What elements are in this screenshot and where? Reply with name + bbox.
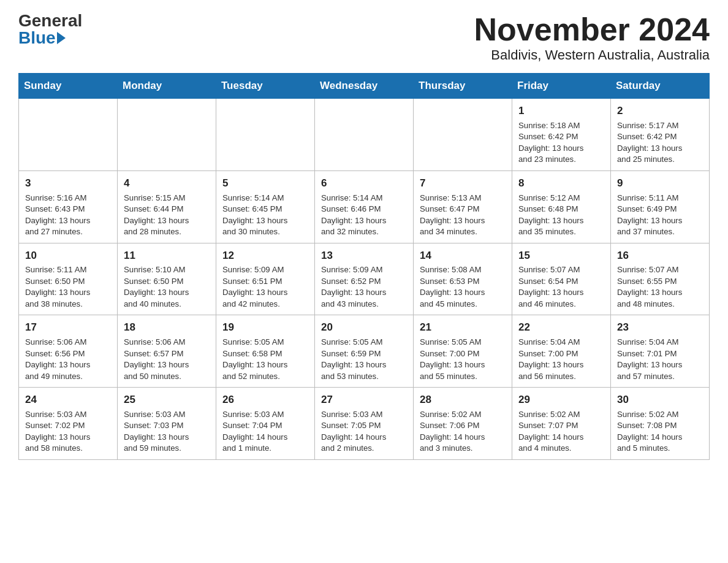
day-info: Sunrise: 5:06 AMSunset: 6:57 PMDaylight:… [124,337,210,382]
week-row-0: 1Sunrise: 5:18 AMSunset: 6:42 PMDaylight… [19,99,710,171]
day-number: 1 [518,104,604,118]
calendar-cell: 6Sunrise: 5:14 AMSunset: 6:46 PMDaylight… [315,170,414,243]
calendar-cell: 16Sunrise: 5:07 AMSunset: 6:55 PMDayligh… [611,243,710,315]
week-row-4: 24Sunrise: 5:03 AMSunset: 7:02 PMDayligh… [19,388,710,460]
day-info: Sunrise: 5:13 AMSunset: 6:47 PMDaylight:… [420,193,506,238]
calendar-cell [216,99,315,171]
calendar-cell: 5Sunrise: 5:14 AMSunset: 6:45 PMDaylight… [216,170,315,243]
calendar-header-row: SundayMondayTuesdayWednesdayThursdayFrid… [19,74,710,99]
day-info: Sunrise: 5:07 AMSunset: 6:54 PMDaylight:… [518,264,604,310]
day-number: 12 [222,248,308,263]
calendar-cell: 30Sunrise: 5:02 AMSunset: 7:08 PMDayligh… [611,388,710,460]
day-number: 24 [25,393,111,407]
day-info: Sunrise: 5:02 AMSunset: 7:06 PMDaylight:… [420,409,506,454]
calendar-cell: 7Sunrise: 5:13 AMSunset: 6:47 PMDaylight… [414,170,512,243]
day-number: 13 [321,248,407,263]
header-thursday: Thursday [414,74,512,99]
day-info: Sunrise: 5:05 AMSunset: 6:58 PMDaylight:… [222,337,308,382]
day-number: 4 [124,176,210,191]
week-row-1: 3Sunrise: 5:16 AMSunset: 6:43 PMDaylight… [19,170,710,243]
calendar-cell [118,99,216,171]
day-info: Sunrise: 5:09 AMSunset: 6:51 PMDaylight:… [222,264,308,310]
calendar-cell: 2Sunrise: 5:17 AMSunset: 6:42 PMDaylight… [611,99,710,171]
day-info: Sunrise: 5:08 AMSunset: 6:53 PMDaylight:… [420,264,506,310]
calendar-cell: 19Sunrise: 5:05 AMSunset: 6:58 PMDayligh… [216,315,315,388]
day-info: Sunrise: 5:09 AMSunset: 6:52 PMDaylight:… [321,264,407,310]
day-number: 15 [518,248,604,263]
header-friday: Friday [512,74,611,99]
day-info: Sunrise: 5:16 AMSunset: 6:43 PMDaylight:… [25,193,111,238]
day-info: Sunrise: 5:02 AMSunset: 7:07 PMDaylight:… [518,409,604,454]
calendar-cell: 13Sunrise: 5:09 AMSunset: 6:52 PMDayligh… [315,243,414,315]
day-number: 8 [518,176,604,191]
header-tuesday: Tuesday [216,74,315,99]
header-sunday: Sunday [19,74,118,99]
day-info: Sunrise: 5:14 AMSunset: 6:45 PMDaylight:… [222,193,308,238]
day-info: Sunrise: 5:07 AMSunset: 6:55 PMDaylight:… [617,264,703,310]
header-wednesday: Wednesday [315,74,414,99]
day-number: 3 [25,176,111,191]
day-info: Sunrise: 5:05 AMSunset: 7:00 PMDaylight:… [420,337,506,382]
day-info: Sunrise: 5:03 AMSunset: 7:02 PMDaylight:… [25,409,111,454]
day-info: Sunrise: 5:12 AMSunset: 6:48 PMDaylight:… [518,193,604,238]
calendar-cell: 25Sunrise: 5:03 AMSunset: 7:03 PMDayligh… [118,388,216,460]
calendar-cell: 28Sunrise: 5:02 AMSunset: 7:06 PMDayligh… [414,388,512,460]
day-number: 10 [25,248,111,263]
week-row-3: 17Sunrise: 5:06 AMSunset: 6:56 PMDayligh… [19,315,710,388]
calendar-cell: 9Sunrise: 5:11 AMSunset: 6:49 PMDaylight… [611,170,710,243]
day-info: Sunrise: 5:11 AMSunset: 6:50 PMDaylight:… [25,264,111,310]
logo-blue-text: Blue [18,29,66,47]
day-info: Sunrise: 5:11 AMSunset: 6:49 PMDaylight:… [617,193,703,238]
calendar-cell: 24Sunrise: 5:03 AMSunset: 7:02 PMDayligh… [19,388,118,460]
calendar-cell: 15Sunrise: 5:07 AMSunset: 6:54 PMDayligh… [512,243,611,315]
day-info: Sunrise: 5:05 AMSunset: 6:59 PMDaylight:… [321,337,407,382]
day-info: Sunrise: 5:17 AMSunset: 6:42 PMDaylight:… [617,120,703,166]
calendar-cell: 3Sunrise: 5:16 AMSunset: 6:43 PMDaylight… [19,170,118,243]
calendar-cell: 27Sunrise: 5:03 AMSunset: 7:05 PMDayligh… [315,388,414,460]
calendar-cell: 8Sunrise: 5:12 AMSunset: 6:48 PMDaylight… [512,170,611,243]
day-info: Sunrise: 5:15 AMSunset: 6:44 PMDaylight:… [124,193,210,238]
day-number: 23 [617,320,703,335]
calendar-cell: 10Sunrise: 5:11 AMSunset: 6:50 PMDayligh… [19,243,118,315]
calendar-cell: 12Sunrise: 5:09 AMSunset: 6:51 PMDayligh… [216,243,315,315]
day-number: 5 [222,176,308,191]
calendar-cell: 23Sunrise: 5:04 AMSunset: 7:01 PMDayligh… [611,315,710,388]
logo-triangle-icon [57,32,66,44]
day-number: 11 [124,248,210,263]
day-info: Sunrise: 5:18 AMSunset: 6:42 PMDaylight:… [518,120,604,166]
logo-general-text: General [18,12,82,29]
header: General Blue November 2024 Baldivis, Wes… [18,12,710,63]
day-info: Sunrise: 5:06 AMSunset: 6:56 PMDaylight:… [25,337,111,382]
day-number: 9 [617,176,703,191]
title-area: November 2024 Baldivis, Western Australi… [474,12,710,63]
day-number: 16 [617,248,703,263]
calendar-cell: 22Sunrise: 5:04 AMSunset: 7:00 PMDayligh… [512,315,611,388]
calendar-cell: 17Sunrise: 5:06 AMSunset: 6:56 PMDayligh… [19,315,118,388]
calendar-cell: 29Sunrise: 5:02 AMSunset: 7:07 PMDayligh… [512,388,611,460]
day-number: 21 [420,320,506,335]
day-info: Sunrise: 5:14 AMSunset: 6:46 PMDaylight:… [321,193,407,238]
calendar-table: SundayMondayTuesdayWednesdayThursdayFrid… [18,73,710,460]
day-info: Sunrise: 5:03 AMSunset: 7:05 PMDaylight:… [321,409,407,454]
day-number: 6 [321,176,407,191]
day-info: Sunrise: 5:02 AMSunset: 7:08 PMDaylight:… [617,409,703,454]
month-title: November 2024 [474,12,710,47]
day-number: 30 [617,393,703,407]
day-number: 7 [420,176,506,191]
day-number: 2 [617,104,703,118]
day-number: 19 [222,320,308,335]
day-number: 29 [518,393,604,407]
calendar-cell: 18Sunrise: 5:06 AMSunset: 6:57 PMDayligh… [118,315,216,388]
day-number: 17 [25,320,111,335]
day-number: 14 [420,248,506,263]
calendar-cell: 11Sunrise: 5:10 AMSunset: 6:50 PMDayligh… [118,243,216,315]
day-number: 26 [222,393,308,407]
calendar-cell: 21Sunrise: 5:05 AMSunset: 7:00 PMDayligh… [414,315,512,388]
calendar-cell [19,99,118,171]
day-info: Sunrise: 5:04 AMSunset: 7:00 PMDaylight:… [518,337,604,382]
calendar-cell: 4Sunrise: 5:15 AMSunset: 6:44 PMDaylight… [118,170,216,243]
day-info: Sunrise: 5:10 AMSunset: 6:50 PMDaylight:… [124,264,210,310]
week-row-2: 10Sunrise: 5:11 AMSunset: 6:50 PMDayligh… [19,243,710,315]
day-info: Sunrise: 5:03 AMSunset: 7:03 PMDaylight:… [124,409,210,454]
calendar-cell: 14Sunrise: 5:08 AMSunset: 6:53 PMDayligh… [414,243,512,315]
